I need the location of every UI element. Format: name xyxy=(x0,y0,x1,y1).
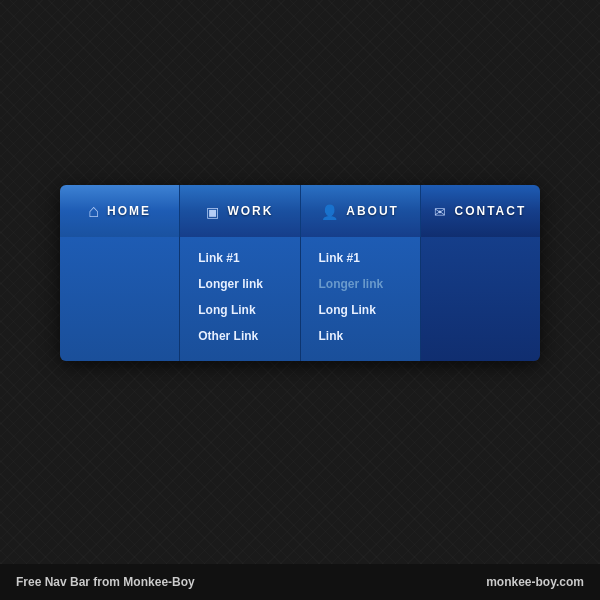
nav-label-about: ABOUT xyxy=(346,204,399,218)
nav-label-contact: CONTACT xyxy=(454,204,526,218)
nav-item-about[interactable]: ABOUT xyxy=(301,185,421,237)
footer-right: monkee-boy.com xyxy=(486,575,584,589)
about-link-1[interactable]: Link #1 xyxy=(301,245,420,271)
dropdown-row: Link #1 Longer link Long Link Other Link… xyxy=(60,237,540,361)
nav-label-home: HOME xyxy=(107,204,151,218)
nav-item-contact[interactable]: CONTACT xyxy=(421,185,540,237)
footer-bar: Free Nav Bar from Monkee-Boy monkee-boy.… xyxy=(0,564,600,600)
about-icon xyxy=(321,201,338,222)
about-link-3[interactable]: Long Link xyxy=(301,297,420,323)
work-icon xyxy=(206,201,219,222)
about-link-4[interactable]: Link xyxy=(301,323,420,349)
nav-item-work[interactable]: WORK xyxy=(180,185,300,237)
dropdown-home xyxy=(60,237,180,361)
work-link-4[interactable]: Other Link xyxy=(180,323,299,349)
dropdown-contact xyxy=(421,237,540,361)
nav-bar: HOME WORK ABOUT CONTACT xyxy=(60,185,540,237)
footer-left: Free Nav Bar from Monkee-Boy xyxy=(16,575,195,589)
navigation-wrapper: HOME WORK ABOUT CONTACT Link #1 Longer l… xyxy=(60,185,540,361)
nav-item-home[interactable]: HOME xyxy=(60,185,180,237)
nav-label-work: WORK xyxy=(227,204,273,218)
work-link-3[interactable]: Long Link xyxy=(180,297,299,323)
work-link-2[interactable]: Longer link xyxy=(180,271,299,297)
work-link-1[interactable]: Link #1 xyxy=(180,245,299,271)
dropdown-about: Link #1 Longer link Long Link Link xyxy=(301,237,421,361)
dropdown-work: Link #1 Longer link Long Link Other Link xyxy=(180,237,300,361)
home-icon xyxy=(88,201,99,222)
about-link-2[interactable]: Longer link xyxy=(301,271,420,297)
contact-icon xyxy=(434,201,446,222)
